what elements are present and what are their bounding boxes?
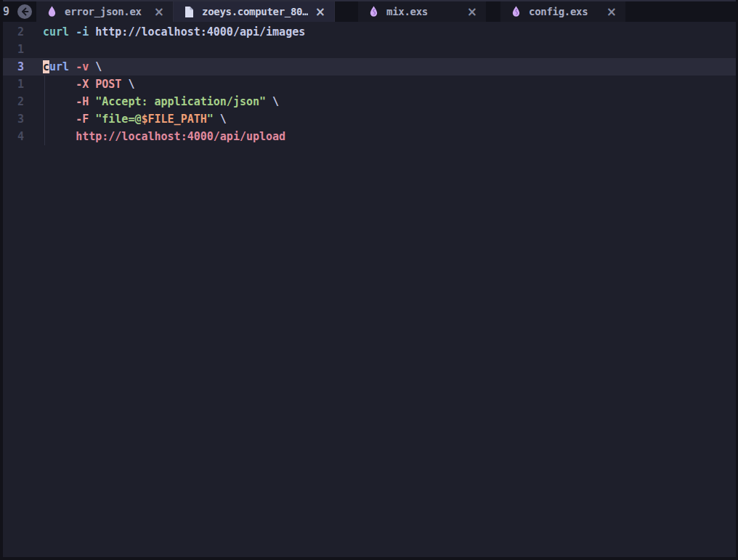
tab-error-json.ex[interactable]: error_json.ex× xyxy=(36,1,173,22)
code-text: -H "Accept: application/json" \ xyxy=(24,93,279,110)
syntax-segment: -X POST xyxy=(76,78,121,91)
code-line[interactable]: 2 -H "Accept: application/json" \ xyxy=(3,93,736,110)
code-text: -F "file=@$FILE_PATH" \ xyxy=(24,110,227,128)
syntax-segment: -i xyxy=(76,25,89,38)
line-number: 1 xyxy=(3,76,24,93)
tab-label: error_json.ex xyxy=(65,6,147,17)
line-number: 3 xyxy=(3,58,24,76)
syntax-segment: $FILE_PATH xyxy=(141,113,206,126)
code-text: curl -v \ xyxy=(24,58,102,76)
arrow-left-icon xyxy=(20,7,29,16)
close-icon[interactable]: × xyxy=(315,6,325,18)
editor[interactable]: 2curl -i http://localhost:4000/api/image… xyxy=(3,22,736,557)
tab-mix.exs[interactable]: mix.exs× xyxy=(358,1,486,22)
code-text: -X POST \ xyxy=(24,76,134,93)
syntax-segment xyxy=(43,78,76,91)
code-line[interactable]: 1 -X POST \ xyxy=(3,76,736,93)
syntax-segment xyxy=(89,25,95,38)
syntax-segment xyxy=(69,25,76,38)
tab-label: config.exs xyxy=(529,6,599,17)
line-number: 3 xyxy=(3,110,24,128)
syntax-segment xyxy=(89,113,95,126)
syntax-segment xyxy=(43,113,76,126)
code-text xyxy=(24,41,43,58)
tab-zoeys.computer-80-[interactable]: zoeys.computer_80…× xyxy=(173,1,335,22)
code-line[interactable]: 1 xyxy=(3,41,736,58)
file-document-icon xyxy=(184,5,195,18)
syntax-segment: \ xyxy=(89,60,102,73)
elixir-drop-icon xyxy=(46,5,58,18)
syntax-segment: http://localhost:4000/api/images xyxy=(95,25,305,38)
syntax-segment: curl xyxy=(43,25,69,38)
code-line-current[interactable]: 3curl -v \ xyxy=(3,58,736,76)
close-icon[interactable]: × xyxy=(607,6,617,18)
tab-label: zoeys.computer_80… xyxy=(202,6,308,17)
line-number: 1 xyxy=(3,41,24,58)
elixir-drop-icon xyxy=(511,5,522,18)
syntax-segment xyxy=(43,95,76,108)
syntax-segment: "file=@ xyxy=(95,113,141,126)
text-cursor: c xyxy=(43,60,49,73)
syntax-segment: \ xyxy=(121,78,134,91)
code-line[interactable]: 3 -F "file=@$FILE_PATH" \ xyxy=(3,110,736,128)
syntax-segment: -v xyxy=(76,60,89,73)
line-number: 2 xyxy=(3,23,24,41)
code-text: http://localhost:4000/api/upload xyxy=(24,128,285,145)
syntax-segment: -F xyxy=(76,113,89,126)
syntax-segment: url xyxy=(49,60,69,73)
editor-window: 9 error_json.ex×zoeys.computer_80…×mix.e… xyxy=(0,0,738,560)
code-line[interactable]: 4 http://localhost:4000/api/upload xyxy=(3,128,736,145)
syntax-segment: \ xyxy=(266,95,279,108)
syntax-segment xyxy=(69,60,76,73)
line-number: 2 xyxy=(3,93,24,110)
code-text: curl -i http://localhost:4000/api/images xyxy=(24,23,305,41)
syntax-segment: "Accept: application/json" xyxy=(95,95,266,108)
code-line[interactable]: 2curl -i http://localhost:4000/api/image… xyxy=(3,23,736,41)
line-number: 4 xyxy=(3,128,24,145)
syntax-segment: \ xyxy=(214,113,227,126)
back-button[interactable] xyxy=(17,4,32,19)
syntax-segment: " xyxy=(207,113,214,126)
tab-label: mix.exs xyxy=(386,6,460,17)
close-icon[interactable]: × xyxy=(154,6,164,18)
tab-list: error_json.ex×zoeys.computer_80…×mix.exs… xyxy=(36,1,625,22)
workspace-indicator: 9 xyxy=(3,1,15,22)
syntax-segment xyxy=(43,130,76,143)
close-icon[interactable]: × xyxy=(467,6,477,18)
syntax-segment: -H xyxy=(76,95,89,108)
syntax-segment xyxy=(89,95,95,108)
elixir-drop-icon xyxy=(368,5,380,18)
syntax-segment: http://localhost:4000/api/upload xyxy=(76,130,285,143)
tab-config.exs[interactable]: config.exs× xyxy=(500,1,625,22)
tab-bar: 9 error_json.ex×zoeys.computer_80…×mix.e… xyxy=(3,0,736,22)
